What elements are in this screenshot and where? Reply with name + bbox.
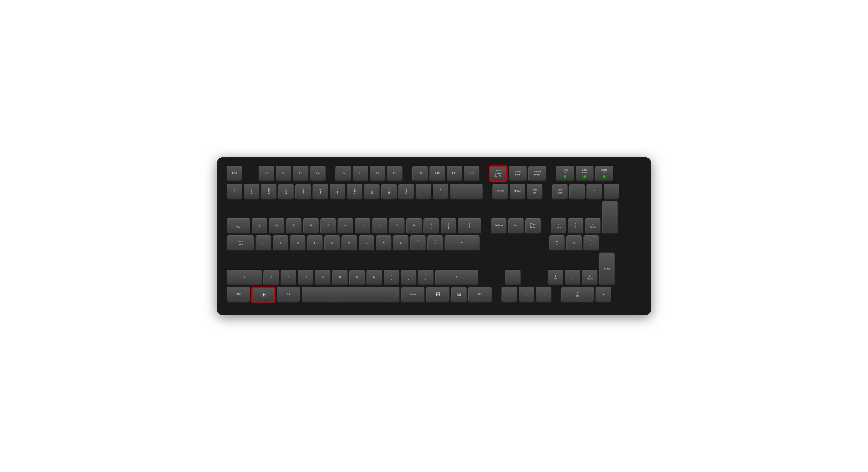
- key-arrow-left[interactable]: ←: [501, 287, 517, 303]
- key-equals[interactable]: +=: [433, 184, 448, 199]
- key-backslash[interactable]: |\: [458, 218, 481, 234]
- key-f6[interactable]: F6: [352, 166, 368, 182]
- key-e[interactable]: E: [286, 218, 302, 234]
- key-2[interactable]: @2: [261, 184, 277, 199]
- key-numpad-minus[interactable]: -: [604, 184, 619, 199]
- key-u[interactable]: U: [355, 218, 370, 234]
- key-6[interactable]: ^6: [330, 184, 345, 199]
- key-esc[interactable]: Esc: [227, 166, 242, 182]
- key-numpad-3[interactable]: 3Pg Dn: [582, 270, 598, 285]
- key-f10[interactable]: F10: [430, 166, 445, 182]
- key-home[interactable]: Home: [510, 184, 525, 199]
- key-left-shift[interactable]: ⇧: [227, 270, 262, 285]
- key-numpad-1[interactable]: 1End: [548, 270, 563, 285]
- key-semicolon[interactable]: ";: [410, 235, 426, 251]
- key-num-lock-indicator[interactable]: NumLock: [556, 166, 574, 182]
- key-numpad-4[interactable]: 4←: [549, 235, 565, 251]
- key-j[interactable]: J: [359, 235, 374, 251]
- key-windows-left[interactable]: ⊞: [252, 287, 275, 303]
- key-f7[interactable]: F7: [370, 166, 385, 182]
- key-f1[interactable]: F1: [258, 166, 274, 182]
- key-9[interactable]: (9: [381, 184, 397, 199]
- key-f2[interactable]: F2: [276, 166, 291, 182]
- key-caps-lock-indicator[interactable]: CapsLock: [576, 166, 594, 182]
- key-3[interactable]: #3: [278, 184, 294, 199]
- key-right-bracket[interactable]: }]: [441, 218, 456, 234]
- key-numpad-2[interactable]: 2↓: [565, 270, 581, 285]
- key-f9[interactable]: F9: [412, 166, 428, 182]
- key-7[interactable]: &7: [347, 184, 363, 199]
- key-left-bracket[interactable]: {[: [424, 218, 439, 234]
- key-numpad-enter[interactable]: Enter: [599, 253, 615, 285]
- key-t[interactable]: T: [320, 218, 336, 234]
- key-period[interactable]: >.: [401, 270, 416, 285]
- key-end[interactable]: End: [508, 218, 524, 234]
- key-windows-right[interactable]: ⊞: [426, 287, 450, 303]
- key-o[interactable]: O: [389, 218, 405, 234]
- key-x[interactable]: X: [281, 270, 296, 285]
- key-arrow-up[interactable]: ↑: [505, 270, 521, 285]
- key-a[interactable]: A: [255, 235, 271, 251]
- key-right-shift[interactable]: ⇧: [435, 270, 478, 285]
- key-numpad-6[interactable]: 6→: [584, 235, 599, 251]
- key-arrow-down[interactable]: ↓: [519, 287, 534, 303]
- key-f4[interactable]: F4: [310, 166, 326, 182]
- key-numpad-7[interactable]: 7Home: [551, 218, 566, 234]
- key-right-ctrl[interactable]: Ctrl: [468, 287, 492, 303]
- key-minus[interactable]: _-: [415, 184, 431, 199]
- key-comma[interactable]: <,: [384, 270, 399, 285]
- key-4[interactable]: $4: [296, 184, 311, 199]
- key-f3[interactable]: F3: [293, 166, 309, 182]
- key-print-screen[interactable]: PrintScreenSys Rq: [489, 166, 507, 182]
- key-numpad-8[interactable]: 8↑: [568, 218, 584, 234]
- key-space[interactable]: [302, 287, 400, 303]
- key-quote[interactable]: '": [427, 235, 443, 251]
- key-numpad-plus[interactable]: +: [602, 201, 618, 234]
- key-num-lock[interactable]: NumLock: [552, 184, 568, 199]
- key-alt-gr[interactable]: Alt Gr: [401, 287, 425, 303]
- key-v[interactable]: V: [315, 270, 331, 285]
- key-numpad-0[interactable]: 0Ins: [561, 287, 594, 303]
- key-enter[interactable]: ↵: [444, 235, 480, 251]
- key-p[interactable]: P: [406, 218, 422, 234]
- key-q[interactable]: Q: [252, 218, 267, 234]
- key-insert[interactable]: Insert: [493, 184, 508, 199]
- key-left-alt[interactable]: Alt: [277, 287, 300, 303]
- key-0[interactable]: )0: [398, 184, 414, 199]
- key-menu[interactable]: ▤: [451, 287, 467, 303]
- key-n[interactable]: N: [349, 270, 365, 285]
- key-w[interactable]: W: [269, 218, 284, 234]
- key-pause[interactable]: PauseBreak: [528, 166, 547, 182]
- key-1[interactable]: !1: [244, 184, 259, 199]
- key-delete[interactable]: Delete: [491, 218, 507, 234]
- key-numpad-slash[interactable]: /: [569, 184, 585, 199]
- key-d[interactable]: D: [290, 235, 306, 251]
- key-arrow-right[interactable]: →: [536, 287, 552, 303]
- key-backtick[interactable]: ~`: [227, 184, 242, 199]
- key-h[interactable]: H: [341, 235, 357, 251]
- key-s[interactable]: S: [273, 235, 288, 251]
- key-backspace[interactable]: ←: [450, 184, 483, 199]
- key-f5[interactable]: F5: [336, 166, 351, 182]
- key-numpad-9[interactable]: 9Pg Up: [585, 218, 601, 234]
- key-scroll-lock-indicator[interactable]: ScrollLock: [595, 166, 613, 182]
- key-numpad-5[interactable]: 5: [566, 235, 582, 251]
- key-m[interactable]: M: [367, 270, 382, 285]
- key-g[interactable]: G: [324, 235, 340, 251]
- key-i[interactable]: I: [372, 218, 388, 234]
- key-z[interactable]: Z: [264, 270, 279, 285]
- key-f11[interactable]: F11: [447, 166, 462, 182]
- key-k[interactable]: K: [376, 235, 392, 251]
- key-y[interactable]: Y: [338, 218, 353, 234]
- key-l[interactable]: L: [393, 235, 409, 251]
- key-page-down[interactable]: PageDown: [525, 218, 541, 234]
- key-left-ctrl[interactable]: Ctrl: [227, 287, 250, 303]
- key-slash[interactable]: ?/: [418, 270, 434, 285]
- key-numpad-del[interactable]: Del: [595, 287, 611, 303]
- key-f12[interactable]: F12: [464, 166, 479, 182]
- key-f8[interactable]: F8: [387, 166, 403, 182]
- key-caps-lock[interactable]: CapsLock: [227, 235, 254, 251]
- key-tab[interactable]: ←→Tab: [227, 218, 250, 234]
- key-5[interactable]: %5: [313, 184, 328, 199]
- key-f[interactable]: F: [307, 235, 323, 251]
